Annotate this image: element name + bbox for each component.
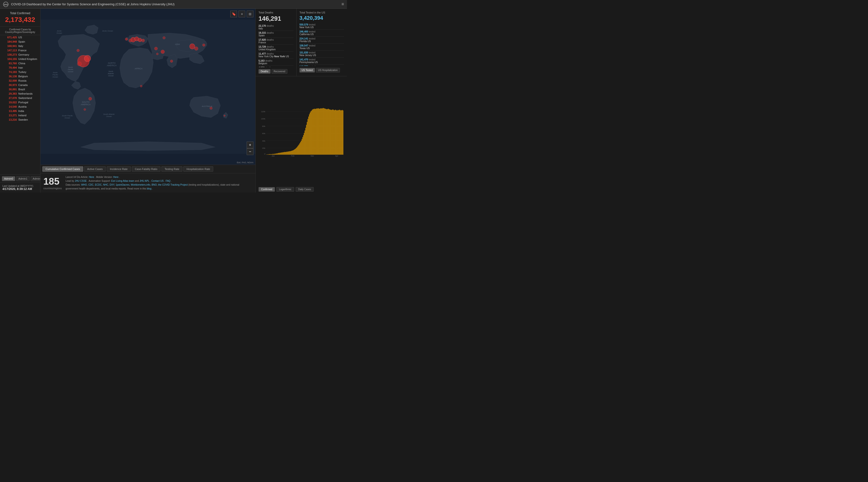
tested-label-text: tested (309, 65, 315, 66)
tested-tab-us-tested[interactable]: US Tested (300, 68, 315, 72)
worldometers-link[interactable]: Worldometers.info (131, 184, 150, 186)
country-name: Russia (18, 79, 27, 82)
country-item[interactable]: 13,216Sweden (0, 118, 40, 122)
deaths-tab-recovered[interactable]: Recovered (272, 69, 287, 74)
country-item[interactable]: 27,078Switzerland (0, 96, 40, 100)
tab-testing-rate[interactable]: Testing Rate (161, 166, 182, 172)
admin-tab-2[interactable]: Admin2 (31, 176, 40, 181)
country-item[interactable]: 671,425US (0, 35, 40, 39)
jhu-apl-link[interactable]: JHU APL (140, 180, 149, 182)
svg-rect-105 (293, 150, 293, 155)
chart-tab-confirmed[interactable]: Confirmed (258, 187, 275, 192)
1point3acres-link[interactable]: 1point3acres (116, 184, 129, 186)
deaths-number: 146,291 (258, 15, 293, 22)
svg-text:Ocean: Ocean (57, 32, 62, 34)
list-button[interactable]: ≡ (239, 10, 245, 17)
country-item[interactable]: 13,271Ireland (0, 113, 40, 118)
chart-tabs: Confirmed Logarithmic Daily Cases (258, 186, 344, 192)
tested-place: Texas US (300, 47, 310, 50)
ecdc-link[interactable]: ECDC (95, 184, 102, 186)
tab-incidence-rate[interactable]: Incidence Rate (107, 166, 131, 172)
sidebar: Total Confirmed 2,173,432 Confirmed Case… (0, 9, 40, 193)
country-item[interactable]: 79,494Iran (0, 65, 40, 70)
svg-point-41 (77, 49, 80, 52)
faq-link[interactable]: FAQ (166, 180, 170, 182)
esri-team-link[interactable]: Esri Living Atlas team (111, 180, 134, 182)
country-item[interactable]: 36,138Belgium (0, 74, 40, 78)
svg-rect-80 (275, 154, 275, 155)
bno-link[interactable]: BNO (152, 184, 157, 186)
svg-rect-76 (272, 154, 272, 155)
cdc-link[interactable]: CDC (88, 184, 94, 186)
country-name: Sweden (18, 118, 28, 121)
who-link[interactable]: WHO (81, 184, 87, 186)
mobile-here-link[interactable]: Here (113, 176, 119, 179)
country-name: India (18, 109, 24, 113)
dxy-link[interactable]: DXY (110, 184, 114, 186)
tab-hospitalization-rate[interactable]: Hospitalization Rate (183, 166, 213, 172)
chart-tab-logarithmic[interactable]: Logarithmic (276, 187, 294, 192)
tab-cumulative-confirmed[interactable]: Cumulative Confirmed Cases (42, 166, 83, 172)
map-container[interactable]: Arctic Ocean Arctic Ocean North Pacific … (40, 9, 255, 165)
contact-us-link[interactable]: Contact US (151, 180, 163, 182)
country-item[interactable]: 29,383Netherlands (0, 92, 40, 96)
country-item[interactable]: 74,193Turkey (0, 70, 40, 74)
svg-rect-149 (325, 109, 326, 155)
country-item[interactable]: 19,022Portugal (0, 100, 40, 104)
tab-active-cases[interactable]: Active Cases (84, 166, 106, 172)
country-item[interactable]: 30,891Brazil (0, 87, 40, 92)
country-item[interactable]: 14,540Austria (0, 104, 40, 109)
chart-tab-daily[interactable]: Daily Cases (296, 187, 314, 192)
country-item[interactable]: 168,941Italy (0, 44, 40, 48)
death-label: deaths (265, 60, 273, 62)
grid-button[interactable]: ⊞ (247, 10, 253, 17)
total-confirmed-panel: Total Confirmed 2,173,432 (0, 9, 40, 27)
svg-rect-88 (280, 153, 281, 155)
svg-text:ASIA: ASIA (175, 43, 180, 45)
tested-item: 158,547 testedTexas US (300, 43, 344, 51)
covid-tracking-link[interactable]: the COVID Tracking Project (158, 184, 188, 186)
country-item[interactable]: 83,760China (0, 61, 40, 65)
svg-rect-93 (284, 152, 285, 155)
zoom-in-button[interactable]: + (247, 141, 253, 148)
svg-rect-154 (329, 109, 329, 155)
blog-link[interactable]: blog (147, 187, 152, 190)
svg-rect-172 (342, 110, 343, 155)
death-label: deaths (265, 66, 273, 67)
country-item[interactable]: 138,273Germany (0, 53, 40, 57)
svg-rect-139 (318, 108, 318, 155)
death-count: 17,920 (258, 38, 266, 41)
tested-tabs: US Tested US Hospitalization (300, 68, 344, 72)
svg-rect-71 (268, 154, 269, 155)
jhu-csse-link[interactable]: JHU CSSE (75, 180, 87, 182)
country-item[interactable]: 32,008Russia (0, 78, 40, 83)
lancet-here-link[interactable]: Here (89, 176, 94, 179)
bookmark-button[interactable]: 🔖 (230, 10, 237, 17)
nhc-link[interactable]: NHC (103, 184, 108, 186)
country-item[interactable]: 13,495India (0, 109, 40, 113)
death-region: New York (274, 55, 285, 58)
svg-text:South Pacific: South Pacific (62, 115, 73, 117)
svg-rect-153 (328, 109, 329, 155)
country-name: Brazil (18, 88, 25, 91)
country-item[interactable]: 184,948Spain (0, 39, 40, 44)
tested-tab-hospitalization[interactable]: US Hospitalization (316, 68, 340, 72)
tested-place: New Jersey US (300, 54, 316, 57)
tab-case-fatality[interactable]: Case-Fatality Ratio (132, 166, 161, 172)
tested-label-text: tested (309, 37, 315, 40)
svg-rect-82 (276, 153, 277, 155)
country-item[interactable]: 104,155United Kingdom (0, 57, 40, 61)
svg-point-45 (84, 108, 86, 110)
admin-tab-0[interactable]: Admin0 (2, 176, 15, 181)
death-item: 4,958 deathsIran (258, 66, 293, 67)
admin-tab-1[interactable]: Admin1 (16, 176, 29, 181)
country-item[interactable]: 30,973Canada (0, 83, 40, 87)
svg-rect-84 (278, 153, 278, 155)
zoom-out-button[interactable]: − (247, 148, 253, 155)
menu-icon[interactable]: ≡ (341, 2, 344, 7)
country-list[interactable]: 671,425US184,948Spain168,941Italy147,113… (0, 35, 40, 174)
country-item[interactable]: 147,113France (0, 48, 40, 53)
map-background: Arctic Ocean Arctic Ocean North Pacific … (40, 9, 255, 165)
tested-item: 550,579 testedNew York US (300, 23, 344, 30)
deaths-tab-deaths[interactable]: Deaths (258, 69, 271, 74)
